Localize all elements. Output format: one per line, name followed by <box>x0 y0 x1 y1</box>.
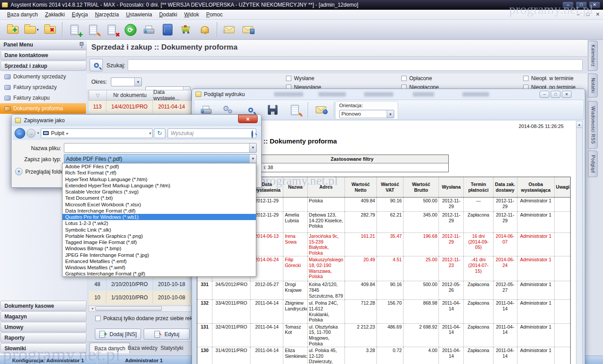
filetype-option[interactable]: Microsoft Excel Workbook (*.xlsx) <box>63 201 256 208</box>
sidebar-item-dokumenty-sprzedaży[interactable]: Dokumenty sprzedaży <box>0 71 86 82</box>
sidebar-section-umowy[interactable]: Umowy <box>0 322 86 332</box>
menu-item-edycja[interactable]: Edycja <box>68 10 91 19</box>
right-tab-podgląd[interactable]: Podgląd <box>588 151 598 177</box>
print-button[interactable] <box>140 21 158 38</box>
sidebar-section-raporty[interactable]: Raporty <box>0 333 86 343</box>
horizontal-scrollbar[interactable]: ◂ <box>89 306 192 312</box>
filter-checkbox-wysłane[interactable]: Wysłane <box>286 75 314 81</box>
new-record-button[interactable] <box>65 21 84 38</box>
new-folder-button[interactable] <box>4 21 22 38</box>
period-combo-1[interactable] <box>111 77 142 86</box>
filetype-combo[interactable]: Adobe PDF Files (*.pdf) <box>64 154 257 164</box>
delete-folder-button[interactable] <box>41 21 59 38</box>
forward-button[interactable] <box>27 129 35 138</box>
filetype-option[interactable]: Portable Network Graphics (*.png) <box>63 233 256 239</box>
preview-save-button[interactable] <box>263 101 282 118</box>
checkbox[interactable] <box>95 316 101 321</box>
filetype-option[interactable]: Tagged Image File Format (*.tif) <box>63 239 256 245</box>
breadcrumb[interactable]: Pulpit <box>41 128 153 138</box>
scroll-up-icon[interactable] <box>576 121 582 128</box>
sidebar-section-sprzedaz-i-zakup[interactable]: Sprzedaż i zakup <box>0 61 86 71</box>
right-tab-kalendarz[interactable]: Kalendarz <box>588 41 598 71</box>
mail-database-button[interactable] <box>239 21 257 38</box>
sidebar-item-faktury-sprzedaży[interactable]: Faktury sprzedaży <box>0 82 86 93</box>
scrollbar-thumb[interactable] <box>95 306 162 311</box>
filetype-option[interactable]: Text Document (*.txt) <box>63 195 256 201</box>
preview-edit-button[interactable] <box>286 101 304 118</box>
filetype-option[interactable]: Symbolic Link (*.slk) <box>63 227 256 233</box>
preview-restore-button[interactable]: □ <box>551 91 560 98</box>
orientation-combo[interactable]: Pionowo <box>339 110 394 118</box>
refresh-button[interactable] <box>154 128 165 138</box>
menu-item-narzędzia[interactable]: Narzędzia <box>91 10 122 19</box>
sidebar-section-dokumenty-kasowe[interactable]: Dokumenty kasowe <box>0 301 86 311</box>
table-row[interactable]: 48 2/10/2010/PRO 2010-10-18 <box>89 278 192 290</box>
filetype-option[interactable]: Enhanced Metafiles (*.emf) <box>63 258 256 264</box>
chevron-down-icon[interactable] <box>149 131 151 136</box>
filetype-option[interactable]: Adobe PDF Files (*.pdf) <box>63 163 256 170</box>
search-button[interactable] <box>90 59 103 71</box>
scroll-left-icon[interactable]: ◂ <box>89 306 95 311</box>
filter-checkbox-opłacone[interactable]: Opłacone <box>401 75 432 81</box>
preview-close-button[interactable]: ✕ <box>562 91 572 98</box>
sidebar-item-faktury-zakupu[interactable]: Faktury zakupu <box>0 93 86 103</box>
refresh-button[interactable] <box>121 21 140 38</box>
menu-item-dodatki[interactable]: Dodatki <box>156 10 181 19</box>
mdi-minimize-button[interactable]: – <box>575 11 582 18</box>
filename-field[interactable] <box>64 143 257 153</box>
maximize-button[interactable]: □ <box>576 1 587 8</box>
pin-icon[interactable] <box>80 42 83 46</box>
delete-record-button[interactable] <box>102 21 121 38</box>
preview-email-button[interactable] <box>312 101 330 118</box>
save-dialog-close-button[interactable] <box>238 115 258 123</box>
minimize-button[interactable]: – <box>562 1 574 8</box>
breadcrumb-location[interactable]: Pulpit <box>51 130 64 136</box>
preview-minimize-button[interactable]: – <box>540 91 549 98</box>
menu-item-pomoc[interactable]: Pomoc <box>203 10 226 19</box>
right-tab-notatki[interactable]: Notatki <box>588 74 598 97</box>
right-tab-wiadomości-rss[interactable]: Wiadomości RSS <box>588 101 598 149</box>
checkbox[interactable] <box>401 76 407 81</box>
filetype-option[interactable]: Windows Metafiles (*.wmf) <box>63 264 256 271</box>
send-mail-button[interactable] <box>220 21 239 38</box>
back-button[interactable] <box>15 128 25 139</box>
search-input[interactable] <box>128 59 583 71</box>
menu-item-baza-danych[interactable]: Baza danych <box>4 10 41 19</box>
checkbox[interactable] <box>523 76 529 81</box>
filter-column-header[interactable] <box>89 90 107 100</box>
menu-item-widok[interactable]: Widok <box>181 10 203 19</box>
preview-vertical-scrollbar[interactable] <box>576 121 583 364</box>
filetype-option[interactable]: Scalable Vector Graphics (*.svg) <box>63 189 256 195</box>
filetype-option[interactable]: Windows Bitmap (*.bmp) <box>63 245 256 252</box>
sidebar-item-dokumenty-proforma[interactable]: Dokumenty proforma <box>0 103 86 114</box>
browse-folders-button[interactable]: Przeglądaj foldery <box>15 168 68 175</box>
history-dropdown-icon[interactable] <box>37 131 39 135</box>
sidebar-section-słowniki[interactable]: Słowniki <box>0 343 86 353</box>
filter-checkbox-nieopł-w-terminie[interactable]: Nieopł. w terminie <box>523 75 573 81</box>
mdi-close-button[interactable]: ✕ <box>594 11 601 18</box>
menu-item-zakładki[interactable]: Zakładki <box>41 10 68 19</box>
sidebar-section-magazyn[interactable]: Magazyn <box>0 311 86 321</box>
column-header-nr[interactable]: Nr dokumentu <box>107 90 153 100</box>
calculator-button[interactable] <box>158 21 177 38</box>
table-row[interactable]: 10 1/10/2010/PRO 2010-10-08 <box>89 291 192 304</box>
alerts-button[interactable] <box>196 21 214 38</box>
filetype-option[interactable]: Lotus 1-2-3 (*.wk2) <box>63 220 256 226</box>
mdi-restore-button[interactable]: □ <box>584 11 591 18</box>
tab-statystyki[interactable]: Statystyki <box>156 343 188 353</box>
column-header-date[interactable]: Data wystawie... <box>153 90 191 100</box>
open-folder-button[interactable] <box>22 21 41 38</box>
filetype-option[interactable]: Rich Text Format (*.rtf) <box>63 170 256 176</box>
dialog-search-box[interactable]: Wyszukaj <box>168 128 256 138</box>
own-records-filter[interactable]: Pokazuj tylko dodane przez siebie rekord… <box>95 315 203 321</box>
close-button[interactable]: ✕ <box>589 1 600 8</box>
filetype-option[interactable]: Extended HyperText Markup Language (*.ht… <box>63 182 256 189</box>
filetype-option[interactable]: JPEG File Interchange Format (*.jpg) <box>63 252 256 258</box>
filetype-option[interactable]: Quattro Pro for Windows (*.wb1) <box>63 214 256 220</box>
sidebar-section-dane-kontaktowe[interactable]: Dane kontaktowe <box>0 50 86 60</box>
cart-button[interactable] <box>177 21 196 38</box>
checkbox[interactable] <box>286 76 291 81</box>
table-row[interactable]: 113 14/4/2011/PRO 2011-04-14 <box>89 101 192 113</box>
edit-button[interactable]: Edytuj <box>144 329 190 340</box>
filetype-option[interactable]: HyperText Markup Language (*.htm) <box>63 176 256 182</box>
